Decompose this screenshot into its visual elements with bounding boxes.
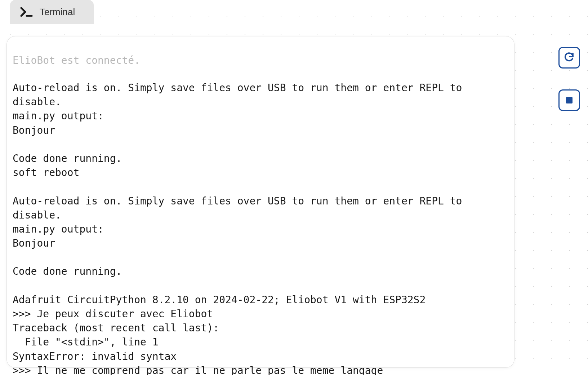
stop-button[interactable] [558,89,580,111]
terminal-tab[interactable]: Terminal [10,0,94,24]
action-buttons [558,47,580,111]
terminal-panel: ElioBot est connecté. Auto-reload is on.… [6,36,514,368]
terminal-prompt-icon [20,7,33,18]
connection-status: ElioBot est connecté. [7,36,514,71]
stop-icon [566,97,573,103]
tab-bar: Terminal [10,0,94,24]
terminal-output[interactable]: Auto-reload is on. Simply save files ove… [7,71,514,375]
terminal-text: Auto-reload is on. Simply save files ove… [13,82,468,375]
refresh-button[interactable] [558,47,580,69]
refresh-icon [564,52,575,64]
tab-label: Terminal [40,6,75,18]
